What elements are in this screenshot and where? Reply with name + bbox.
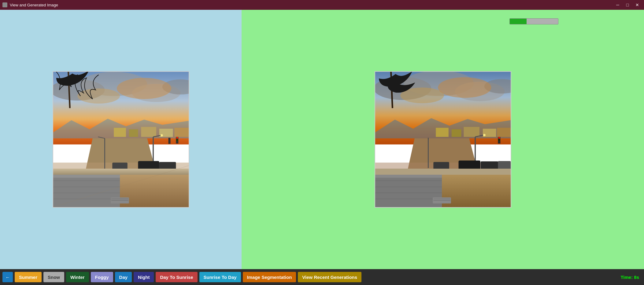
sunrise-to-day-button[interactable]: Sunrise To Day <box>199 272 241 282</box>
main-content <box>0 10 644 269</box>
svg-rect-77 <box>375 169 511 175</box>
time-label: Time: 8s <box>620 275 639 280</box>
svg-point-29 <box>176 139 178 141</box>
svg-rect-16 <box>53 175 120 207</box>
svg-rect-9 <box>129 129 138 137</box>
winter-button[interactable]: Winter <box>66 272 89 282</box>
app-icon <box>2 2 7 7</box>
svg-point-28 <box>176 137 178 139</box>
right-panel <box>242 10 644 269</box>
left-panel <box>0 10 242 269</box>
night-button[interactable]: Night <box>134 272 154 282</box>
day-to-sunrise-button[interactable]: Day To Sunrise <box>156 272 197 282</box>
svg-rect-12 <box>174 128 189 137</box>
close-button[interactable]: ✕ <box>633 2 642 8</box>
foggy-button[interactable]: Foggy <box>91 272 113 282</box>
svg-point-46 <box>438 77 491 98</box>
svg-rect-56 <box>375 175 442 207</box>
svg-rect-50 <box>464 127 479 137</box>
svg-rect-52 <box>497 128 511 137</box>
title-bar: View and Generated Image ─ □ ✕ <box>0 0 644 10</box>
source-image <box>53 71 189 208</box>
svg-rect-38 <box>53 169 189 175</box>
snow-button[interactable]: Snow <box>43 272 64 282</box>
progress-bar-fill <box>510 19 527 24</box>
svg-point-6 <box>117 78 171 99</box>
svg-rect-30 <box>168 138 170 144</box>
svg-point-24 <box>160 134 163 137</box>
svg-rect-49 <box>451 129 461 137</box>
svg-rect-10 <box>141 127 156 137</box>
image-segmentation-button[interactable]: Image Segmentation <box>243 272 296 282</box>
svg-rect-48 <box>436 128 449 137</box>
day-button[interactable]: Day <box>115 272 132 282</box>
title-bar-controls[interactable]: ─ □ ✕ <box>613 2 642 8</box>
progress-bar-container <box>509 18 558 24</box>
summer-button[interactable]: Summer <box>15 272 42 282</box>
svg-point-64 <box>483 134 485 136</box>
svg-point-67 <box>498 137 500 139</box>
back-button[interactable]: ← <box>2 272 13 282</box>
toolbar: ← Summer Snow Winter Foggy Day Night Day… <box>0 269 644 285</box>
generated-image <box>375 71 511 208</box>
minimize-button[interactable]: ─ <box>613 2 622 8</box>
window-title: View and Generated Image <box>10 3 58 7</box>
svg-point-68 <box>498 139 500 141</box>
maximize-button[interactable]: □ <box>623 2 632 8</box>
svg-rect-8 <box>114 128 126 137</box>
view-recent-button[interactable]: View Recent Generations <box>298 272 361 282</box>
svg-point-5 <box>77 89 120 104</box>
title-bar-left: View and Generated Image <box>2 2 58 7</box>
